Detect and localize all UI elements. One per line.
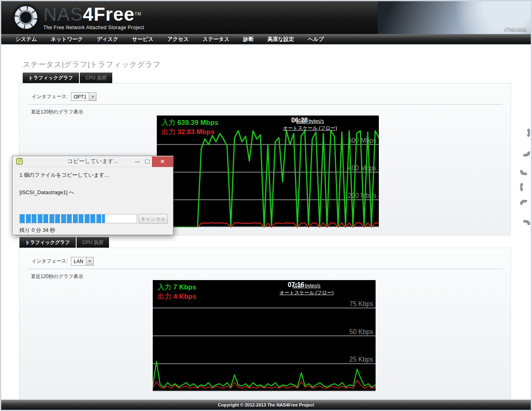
interface-label: インタフェース: bbox=[32, 258, 68, 265]
header: NAS4FreeTM The Free Network Attached Sto… bbox=[1, 1, 531, 34]
breadcrumb: ステータス|グラフ|トラフィックグラフ bbox=[23, 60, 161, 69]
svg-text:50 Kbps: 50 Kbps bbox=[349, 328, 373, 335]
tab-cpu-load-2[interactable]: CPU 負荷 bbox=[77, 237, 109, 248]
maximize-button[interactable] bbox=[142, 158, 152, 165]
copy-status-text: 1 個のファイルをコピーしています... bbox=[19, 171, 109, 179]
nas4free-logo-icon bbox=[13, 5, 38, 30]
logo-tagline: The Free Network Attached Storage Projec… bbox=[43, 25, 144, 30]
divider bbox=[28, 269, 502, 269]
spinner-frame-icon bbox=[520, 200, 530, 211]
copyright: Copyright © 2012-2013 The NAS4Free Proje… bbox=[218, 402, 314, 407]
spinner-frame-icon bbox=[520, 182, 530, 193]
main-nav: システム ネットワーク ディスク サービス アクセス ステータス 診断 高度な設… bbox=[1, 34, 531, 45]
input-label: 入力 bbox=[162, 119, 175, 126]
spinner-frame-icon bbox=[520, 127, 530, 138]
time-remaining-text: 残り 0 分 34 秒 bbox=[19, 227, 55, 234]
maximize-icon bbox=[145, 160, 150, 163]
footer: Copyright © 2012-2013 The NAS4Free Proje… bbox=[1, 400, 531, 410]
progress-fill bbox=[20, 214, 105, 223]
output-value: 4 Kbps bbox=[173, 293, 197, 300]
vsphere-app-icon bbox=[16, 158, 23, 165]
input-value: 7 Kbps bbox=[173, 283, 197, 291]
tab-traffic-graph-2[interactable]: トラフィックグラフ bbox=[19, 237, 76, 248]
nav-item-help[interactable]: ヘルプ bbox=[308, 36, 324, 43]
cancel-button[interactable]: キャンセル bbox=[139, 214, 168, 224]
logo: NAS4FreeTM The Free Network Attached Sto… bbox=[13, 5, 144, 30]
traffic-panel-lan: インタフェース: LAN ▼ 直近120秒のグラフ表示 入力 7 Kbps 出力… bbox=[19, 248, 511, 400]
copy-progress-bar bbox=[19, 214, 137, 223]
divider bbox=[28, 104, 502, 105]
graph-time: 06:28 bbox=[291, 117, 308, 124]
interface-select-opt1[interactable]: OPT1 ▼ bbox=[71, 92, 96, 101]
svg-text:600 Mbps: 600 Mbps bbox=[348, 137, 376, 144]
interface-select-lan[interactable]: LAN ▼ bbox=[71, 257, 94, 265]
spinner-frame-icon bbox=[520, 164, 530, 175]
chevron-down-icon: ▼ bbox=[86, 257, 93, 265]
traffic-graph-opt1: 入力 639.39 Mbps 出力 32.83 Mbps 切替: bytes/s… bbox=[157, 116, 379, 227]
nav-item-system[interactable]: システム bbox=[15, 36, 37, 43]
graph-caption: 直近120秒のグラフ表示 bbox=[31, 273, 83, 280]
nav-item-diagnostics[interactable]: 診断 bbox=[243, 36, 254, 43]
dialog-titlebar[interactable]: コピーしています... — ✕ bbox=[13, 156, 173, 167]
minimize-button[interactable]: — bbox=[132, 158, 142, 165]
tab-cpu-load-1[interactable]: CPU 負荷 bbox=[80, 73, 113, 83]
traffic-graph-lan: 入力 7 Kbps 出力 4 Kbps 切替: bytes/s 07:16 オー… bbox=[153, 280, 376, 392]
nav-item-services[interactable]: サービス bbox=[132, 36, 154, 43]
autoscale-link[interactable]: オートスケール (フロー) bbox=[283, 125, 337, 132]
spinner-frame-icon bbox=[520, 220, 530, 231]
output-label: 出力 bbox=[158, 293, 171, 300]
close-button[interactable]: ✕ bbox=[152, 156, 173, 167]
input-value: 639.39 Mbps bbox=[177, 119, 218, 126]
copy-destination-text: [iSCSI_Datastrage1] へ bbox=[19, 189, 74, 196]
nav-item-advanced[interactable]: 高度な設定 bbox=[267, 36, 294, 43]
tabs-section-2: トラフィックグラフ CPU 負荷 bbox=[19, 237, 109, 248]
output-label: 出力 bbox=[162, 128, 175, 136]
input-label: 入力 bbox=[158, 283, 171, 291]
autoscale-link[interactable]: オートスケール (フロー) bbox=[280, 289, 333, 296]
svg-text:25 Kbps: 25 Kbps bbox=[349, 356, 373, 363]
spinner-frame-icon bbox=[520, 146, 530, 156]
nav-item-disks[interactable]: ディスク bbox=[97, 36, 118, 43]
svg-text:75 Kbps: 75 Kbps bbox=[349, 300, 373, 307]
tab-traffic-graph-1[interactable]: トラフィックグラフ bbox=[23, 73, 79, 83]
tabs-section-1: トラフィックグラフ CPU 負荷 bbox=[23, 73, 112, 83]
nav-item-status[interactable]: ステータス bbox=[203, 36, 229, 43]
nav-item-access[interactable]: アクセス bbox=[167, 36, 189, 43]
interface-label: インタフェース: bbox=[32, 93, 68, 100]
output-value: 32.83 Mbps bbox=[177, 128, 215, 136]
hostname: x7sbl.local bbox=[504, 26, 527, 32]
page: NAS4FreeTM The Free Network Attached Sto… bbox=[0, 0, 532, 411]
chevron-down-icon: ▼ bbox=[89, 93, 96, 101]
nav-item-network[interactable]: ネットワーク bbox=[51, 36, 83, 43]
graph-caption: 直近120秒のグラフ表示 bbox=[31, 109, 83, 116]
copy-dialog: コピーしています... — ✕ 1 個のファイルをコピーしています... [iS… bbox=[12, 156, 173, 235]
logo-title: NAS4FreeTM bbox=[43, 5, 144, 24]
graph-time: 07:16 bbox=[288, 281, 304, 289]
